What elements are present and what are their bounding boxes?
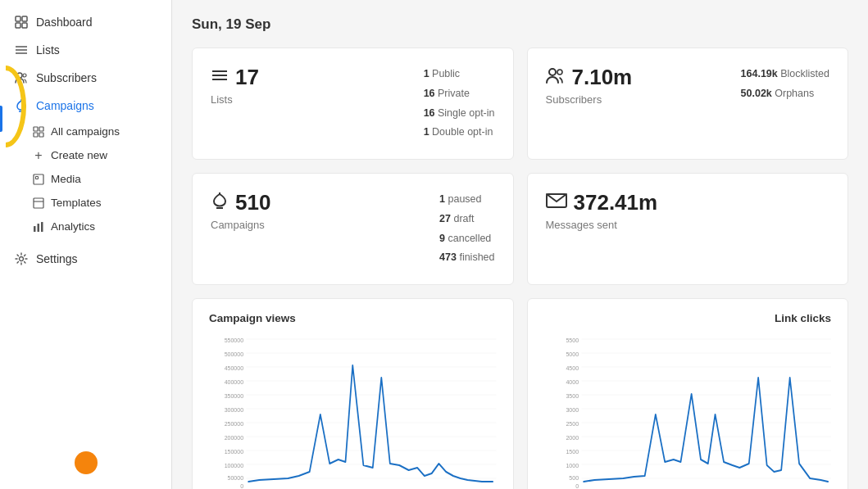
sidebar-item-label: Lists	[36, 43, 60, 57]
main-content: Sun, 19 Sep 17 Lists 1 Public 16 Private…	[172, 0, 868, 489]
lists-details: 1 Public 16 Private 16 Single opt-in 1 D…	[424, 65, 495, 143]
messages-count: 372.41m	[574, 190, 658, 215]
dashboard-icon	[15, 16, 28, 29]
stat-value-subscribers: 7.10m	[546, 65, 633, 90]
svg-text:2500: 2500	[566, 420, 579, 428]
charts-row: Campaign views 550000 500000 450000 4000…	[192, 298, 848, 489]
sidebar-sub-label: Templates	[51, 197, 102, 209]
sidebar-sub-label: Create new	[51, 149, 107, 161]
chart-title-campaign-views: Campaign views	[209, 312, 497, 324]
campaigns-label: Campaigns	[211, 219, 270, 231]
svg-point-22	[20, 257, 24, 261]
svg-text:5000: 5000	[566, 351, 579, 359]
svg-rect-2	[16, 23, 20, 28]
svg-text:200000: 200000	[225, 434, 243, 442]
stat-card-lists: 17 Lists 1 Public 16 Private 16 Single o…	[192, 48, 514, 160]
svg-text:3500: 3500	[566, 392, 579, 401]
chart-campaign-views: 550000 500000 450000 400000 350000 30000…	[209, 333, 497, 488]
analytics-icon	[33, 221, 44, 233]
svg-rect-19	[34, 226, 36, 232]
svg-text:1500: 1500	[566, 448, 579, 456]
lists-label: Lists	[211, 93, 259, 106]
svg-text:350000: 350000	[225, 392, 243, 401]
sidebar-sub-all-campaigns[interactable]: All campaigns	[0, 120, 171, 143]
svg-rect-0	[16, 16, 20, 21]
sidebar-sub-label: Media	[51, 173, 81, 185]
campaigns-details: 1 paused 27 draft 9 cancelled 473 finish…	[439, 190, 494, 268]
sidebar-sub-create-new[interactable]: + Create new	[0, 143, 171, 167]
lists-stat-icon	[211, 66, 229, 89]
sidebar-item-subscribers[interactable]: Subscribers	[0, 64, 171, 92]
active-indicator	[0, 106, 2, 132]
svg-rect-17	[34, 198, 43, 208]
svg-rect-15	[34, 174, 43, 184]
bottom-dot	[75, 451, 98, 474]
templates-icon	[33, 197, 44, 209]
stats-row-bottom: 510 Campaigns 1 paused 27 draft 9 cancel…	[192, 173, 848, 285]
svg-rect-13	[34, 133, 38, 137]
svg-text:3000: 3000	[566, 406, 579, 414]
chart-card-campaign-views: Campaign views 550000 500000 450000 4000…	[192, 298, 514, 489]
svg-text:500000: 500000	[225, 351, 243, 359]
svg-point-27	[557, 70, 562, 75]
svg-rect-21	[41, 222, 43, 232]
svg-point-26	[549, 69, 556, 75]
svg-rect-14	[39, 133, 43, 137]
subscribers-details: 164.19k Blocklisted 50.02k Orphans	[741, 65, 829, 104]
sidebar-item-label: Subscribers	[36, 71, 97, 84]
campaigns-count: 510	[235, 190, 270, 215]
svg-rect-20	[38, 224, 40, 232]
sidebar-sub-label: All campaigns	[51, 125, 120, 138]
sidebar-sub-templates[interactable]: Templates	[0, 191, 171, 215]
svg-text:0: 0	[240, 482, 243, 488]
svg-point-8	[23, 74, 26, 77]
sidebar-item-label: Campaigns	[36, 99, 94, 112]
subscribers-stat-icon	[546, 66, 566, 89]
sidebar-sub-media[interactable]: Media	[0, 167, 171, 191]
svg-rect-11	[34, 127, 38, 131]
sidebar-item-label: Dashboard	[36, 16, 93, 29]
subscribers-count: 7.10m	[572, 65, 633, 90]
chart-card-link-clicks: Link clicks 5500 5000 4500 4000 3500 300…	[527, 298, 849, 489]
svg-text:2000: 2000	[566, 434, 579, 442]
svg-text:150000: 150000	[225, 448, 243, 456]
svg-text:1000: 1000	[566, 462, 579, 470]
svg-text:4500: 4500	[566, 364, 579, 373]
lists-count: 17	[235, 65, 259, 90]
svg-text:500: 500	[569, 474, 579, 482]
svg-text:400000: 400000	[225, 378, 243, 387]
all-campaigns-icon	[33, 126, 44, 138]
stat-value-lists: 17	[211, 65, 259, 90]
chart-link-clicks: 5500 5000 4500 4000 3500 3000 2500 2000 …	[544, 333, 832, 488]
svg-text:300000: 300000	[225, 406, 243, 414]
svg-text:100000: 100000	[225, 462, 243, 470]
stats-row-top: 17 Lists 1 Public 16 Private 16 Single o…	[192, 48, 848, 160]
svg-text:0: 0	[575, 482, 579, 488]
messages-stat-icon	[546, 192, 567, 215]
settings-icon	[15, 252, 28, 265]
page-title: Sun, 19 Sep	[192, 16, 848, 33]
stat-value-campaigns: 510	[211, 190, 270, 215]
media-icon	[33, 174, 44, 185]
svg-text:550000: 550000	[225, 337, 243, 345]
svg-text:5500: 5500	[566, 337, 579, 345]
sidebar-sub-analytics[interactable]: Analytics	[0, 215, 171, 238]
stat-main-messages: 372.41m Messages sent	[546, 190, 658, 231]
svg-rect-1	[22, 16, 27, 21]
stat-card-campaigns: 510 Campaigns 1 paused 27 draft 9 cancel…	[192, 173, 514, 285]
svg-text:250000: 250000	[225, 420, 243, 428]
sidebar-item-lists[interactable]: Lists	[0, 36, 171, 64]
stat-card-subscribers: 7.10m Subscribers 164.19k Blocklisted 50…	[527, 48, 849, 160]
sidebar: Dashboard Lists Subscribers Campaigns Al…	[0, 0, 172, 489]
subscribers-label: Subscribers	[546, 93, 633, 106]
stat-value-messages: 372.41m	[546, 190, 658, 215]
stat-main-campaigns: 510 Campaigns	[211, 190, 270, 231]
svg-text:50000: 50000	[228, 474, 243, 482]
sidebar-item-settings[interactable]: Settings	[0, 245, 171, 273]
create-new-icon: +	[33, 150, 44, 161]
svg-rect-3	[22, 23, 27, 28]
stat-main-subscribers: 7.10m Subscribers	[546, 65, 633, 106]
stat-card-messages: 372.41m Messages sent	[527, 173, 849, 285]
chart-title-link-clicks: Link clicks	[544, 312, 832, 324]
sidebar-item-dashboard[interactable]: Dashboard	[0, 8, 171, 36]
